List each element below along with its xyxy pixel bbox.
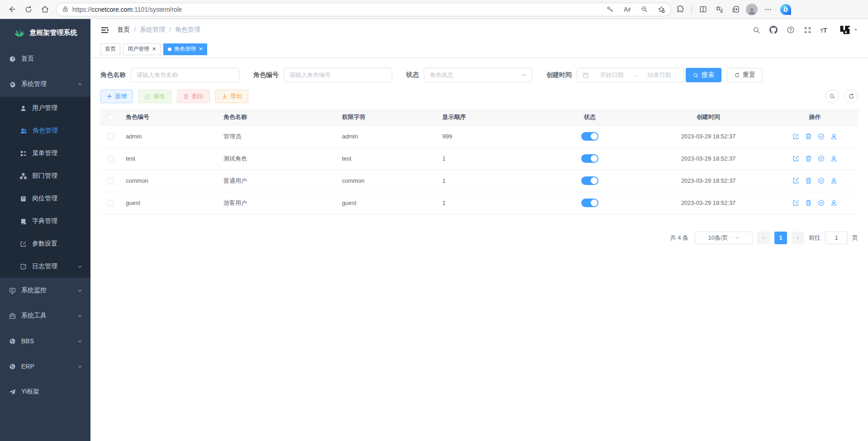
page-number-button[interactable]: 1 [774,232,787,244]
tab-label: 用户管理 [128,45,149,53]
role-name-input[interactable]: 请输入角色名称 [131,68,239,82]
row-assign-user-button[interactable] [830,133,837,140]
status-toggle-on[interactable] [581,176,598,185]
add-favorite-button[interactable] [655,4,668,15]
select-all-checkbox[interactable] [108,114,114,120]
row-edit-button[interactable] [792,133,799,140]
tab-close-icon[interactable]: ✕ [152,46,156,52]
date-range-picker[interactable]: 开始日期 - 结束日期 [577,68,684,82]
prev-page-button[interactable]: ‹ [757,232,770,244]
next-page-button[interactable]: › [792,232,804,244]
page-size-select[interactable]: 10条/页 [695,232,753,244]
sidebar-item-system-monitor[interactable]: 系统监控 [0,278,90,303]
tab-role-management[interactable]: 角色管理 ✕ [163,43,207,55]
status-select[interactable]: 角色状态 [424,68,532,82]
sidebar-item-home[interactable]: 首页 [0,46,90,71]
browser-home-button[interactable] [37,2,52,17]
row-assign-user-button[interactable] [830,155,837,162]
row-checkbox[interactable] [108,200,114,206]
sidebar-item-log-management[interactable]: 日志管理 [0,255,90,278]
check-circle-icon [818,177,825,184]
row-checkbox[interactable] [108,156,114,162]
row-edit-button[interactable] [792,199,799,206]
row-checkbox[interactable] [108,178,114,184]
row-edit-button[interactable] [792,177,799,184]
role-name-label: 角色名称 [100,71,126,79]
favorites-button[interactable] [711,2,727,17]
sidebar-item-system-tools[interactable]: 系统工具 [0,303,90,328]
edit-square-icon [20,241,27,247]
row-data-scope-button[interactable] [818,199,825,206]
password-manager-button[interactable] [603,4,617,15]
tab-user-management[interactable]: 用户管理 ✕ [123,43,161,55]
export-button-label: 导出 [230,92,242,100]
github-link-button[interactable] [769,26,778,34]
app-logo[interactable]: 意框架管理系统 [0,19,90,46]
row-assign-user-button[interactable] [830,199,837,206]
sidebar-item-department-management[interactable]: 部门管理 [0,165,90,187]
cell-role-name: 游客用户 [216,192,335,214]
search-button[interactable]: 搜索 [686,68,721,82]
row-data-scope-button[interactable] [818,155,825,162]
zoom-out-button[interactable] [637,4,651,15]
breadcrumb-home[interactable]: 首页 [117,26,130,34]
add-button[interactable]: 新增 [100,90,133,103]
row-delete-button[interactable] [805,133,812,140]
row-delete-button[interactable] [805,177,812,184]
created-time-label: 创建时间 [546,71,572,79]
row-checkbox[interactable] [108,133,114,140]
tab-close-icon[interactable]: ✕ [199,46,203,52]
show-search-toggle-button[interactable] [825,90,839,103]
row-data-scope-button[interactable] [818,133,825,140]
id-badge-icon [20,195,27,202]
row-assign-user-button[interactable] [830,177,837,184]
collections-button[interactable] [728,2,743,17]
header-search-button[interactable] [753,26,760,34]
reset-button[interactable]: 重置 [727,68,763,82]
sidebar-item-role-management[interactable]: 角色管理 [0,119,90,142]
row-data-scope-button[interactable] [818,177,825,184]
sidebar-item-param-settings[interactable]: 参数设置 [0,232,90,255]
status-toggle-on[interactable] [581,132,598,141]
browser-back-button[interactable] [5,2,20,17]
browser-refresh-button[interactable] [21,2,36,17]
sidebar-item-bbs[interactable]: BBS [0,328,90,354]
help-button[interactable] [787,26,795,34]
goto-page-input[interactable]: 1 [825,232,848,244]
address-bar[interactable]: https://ccnetcore.com:1101/system/role [56,3,671,16]
refresh-table-button[interactable] [844,90,858,103]
read-aloud-button[interactable] [620,4,634,15]
row-delete-button[interactable] [805,155,812,162]
row-edit-button[interactable] [792,155,799,162]
status-toggle-on[interactable] [581,199,598,207]
monitor-icon [9,287,16,294]
sidebar-item-menu-management[interactable]: 菜单管理 [0,142,90,165]
browser-extensions-button[interactable] [672,2,688,17]
browser-profile-button[interactable] [746,4,758,15]
edit-square-icon [145,94,151,100]
status-toggle-on[interactable] [581,154,598,163]
sidebar-item-erp[interactable]: ERP [0,354,90,379]
sidebar-item-system-management[interactable]: 系统管理 [0,71,90,97]
sidebar-item-dict-management[interactable]: 字典管理 [0,210,90,232]
sidebar-item-yi-framework[interactable]: Yi框架 [0,379,90,404]
copilot-button[interactable]: b [779,3,792,16]
modify-button[interactable]: 修改 [138,90,171,103]
export-button[interactable]: 导出 [215,90,248,103]
font-size-button[interactable]: TT [821,26,827,34]
sidebar-fold-button[interactable] [100,26,109,34]
browser-settings-button[interactable] [760,2,776,17]
split-screen-button[interactable] [695,2,711,17]
role-code-input[interactable]: 请输入角色编号 [284,68,392,82]
check-circle-icon [818,199,825,206]
sidebar-item-user-management[interactable]: 用户管理 [0,97,90,119]
caret-down-icon [854,28,858,32]
delete-button[interactable]: 删除 [177,90,210,103]
placeholder-text: 请输入角色编号 [289,71,331,79]
sidebar-item-post-management[interactable]: 岗位管理 [0,187,90,210]
fullscreen-button[interactable] [804,26,811,34]
tab-home[interactable]: 首页 [100,43,120,55]
row-delete-button[interactable] [805,199,812,206]
tab-label: 角色管理 [174,45,196,53]
user-avatar-menu[interactable] [839,24,858,36]
